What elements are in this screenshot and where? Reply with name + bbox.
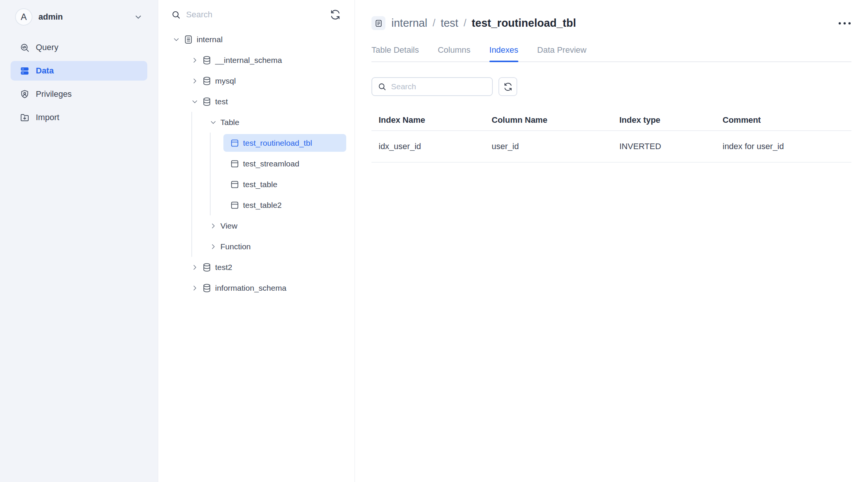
table-icon: [230, 159, 240, 169]
chevron-down-icon[interactable]: [191, 98, 199, 105]
index-toolbar: [371, 77, 851, 96]
tree-refresh-button[interactable]: [330, 9, 341, 20]
sidebar-item-label: Privileges: [36, 89, 72, 99]
database-tree-panel: internal__internal_schemamysqltestTablet…: [158, 0, 355, 482]
tree-node-label: test_table2: [243, 201, 282, 210]
index-search-input[interactable]: [391, 82, 487, 91]
sidebar-item-import[interactable]: Import: [11, 108, 147, 127]
tree-node-information_schema[interactable]: information_schema: [158, 278, 355, 298]
main-header: internal/test/test_routineload_tbl: [355, 0, 868, 30]
sidebar-item-label: Import: [36, 113, 59, 122]
tree-node-test[interactable]: test: [158, 91, 355, 112]
avatar: A: [15, 8, 32, 26]
sidebar: A admin Query Data Privileges Import: [0, 0, 158, 482]
table-cell: idx_user_id: [379, 142, 492, 151]
tab-table-details[interactable]: Table Details: [371, 45, 419, 61]
tree-node-internal[interactable]: internal: [158, 29, 355, 50]
privileges-icon: [20, 89, 30, 99]
sidebar-nav: Query Data Privileges Import: [0, 38, 158, 127]
column-header: Comment: [723, 115, 851, 125]
sidebar-item-query[interactable]: Query: [11, 38, 147, 57]
tree-node-label: test2: [215, 263, 232, 272]
main-panel: internal/test/test_routineload_tbl Table…: [355, 0, 868, 482]
user-menu[interactable]: A admin: [15, 8, 143, 26]
breadcrumb: internal/test/test_routineload_tbl: [391, 17, 838, 29]
column-header: Index Name: [379, 115, 492, 125]
tree-node-test_streamload[interactable]: test_streamload: [158, 153, 355, 174]
table-cell: user_id: [492, 142, 619, 151]
chevron-right-icon[interactable]: [209, 243, 217, 250]
breadcrumb-current: test_routineload_tbl: [472, 17, 576, 29]
catalog-icon: [183, 35, 193, 44]
chevron-down-icon[interactable]: [209, 119, 217, 126]
database-icon: [202, 283, 212, 293]
breadcrumb-segment[interactable]: test: [441, 17, 458, 29]
chevron-right-icon[interactable]: [191, 284, 199, 292]
tree-node-Table[interactable]: Table: [158, 112, 355, 133]
table-header-row: Index NameColumn NameIndex typeComment: [371, 110, 851, 131]
tree-search-row: [158, 0, 355, 29]
tree-node-test_routineload_tbl[interactable]: test_routineload_tbl: [158, 133, 355, 153]
tab-columns[interactable]: Columns: [438, 45, 471, 61]
tree-node-test_table2[interactable]: test_table2: [158, 195, 355, 215]
tree-node-label: test_streamload: [243, 159, 299, 168]
breadcrumb-separator: /: [432, 17, 436, 29]
sidebar-item-privileges[interactable]: Privileges: [11, 84, 147, 104]
chevron-right-icon[interactable]: [191, 264, 199, 271]
tree-node-Function[interactable]: Function: [158, 236, 355, 257]
tree-node-__internal_schema[interactable]: __internal_schema: [158, 50, 355, 70]
index-refresh-button[interactable]: [498, 77, 517, 96]
table-row[interactable]: idx_user_iduser_idINVERTEDindex for user…: [371, 131, 851, 163]
tree-node-label: test: [215, 97, 228, 106]
chevron-right-icon[interactable]: [209, 222, 217, 230]
table-icon: [230, 138, 240, 148]
tree-node-label: test_table: [243, 180, 277, 189]
chevron-down-icon: [134, 12, 143, 21]
database-tree: internal__internal_schemamysqltestTablet…: [158, 29, 355, 298]
tab-indexes[interactable]: Indexes: [489, 45, 518, 61]
chevron-right-icon[interactable]: [191, 77, 199, 85]
doc-icon: [371, 16, 385, 30]
tree-node-label: information_schema: [215, 284, 286, 293]
data-icon: [20, 66, 30, 76]
tree-search-input[interactable]: [186, 10, 330, 20]
search-icon: [171, 10, 181, 20]
sidebar-item-label: Query: [36, 43, 58, 52]
import-icon: [20, 113, 30, 123]
database-icon: [202, 97, 212, 107]
column-header: Column Name: [492, 115, 619, 125]
tree-node-label: test_routineload_tbl: [243, 139, 312, 148]
breadcrumb-segment[interactable]: internal: [391, 17, 427, 29]
table-cell: INVERTED: [619, 142, 723, 151]
chevron-down-icon[interactable]: [173, 36, 180, 43]
table-body: idx_user_iduser_idINVERTEDindex for user…: [371, 131, 851, 163]
chevron-right-icon[interactable]: [191, 56, 199, 64]
database-icon: [202, 55, 212, 65]
table-icon: [230, 200, 240, 210]
tree-node-label: View: [220, 221, 237, 230]
sidebar-item-label: Data: [36, 66, 54, 76]
user-name: admin: [38, 12, 134, 22]
tree-node-label: mysql: [215, 76, 236, 85]
tree-node-label: Table: [220, 118, 239, 127]
search-icon: [377, 82, 387, 91]
ellipsis-icon: [839, 22, 841, 24]
query-icon: [20, 43, 30, 53]
tree-node-label: Function: [220, 242, 251, 251]
tree-node-mysql[interactable]: mysql: [158, 70, 355, 91]
tree-node-test_table[interactable]: test_table: [158, 174, 355, 195]
table-cell: index for user_id: [723, 142, 851, 151]
more-actions-button[interactable]: [838, 18, 851, 28]
column-header: Index type: [619, 115, 723, 125]
database-icon: [202, 262, 212, 272]
tree-node-label: internal: [197, 35, 223, 44]
table-icon: [230, 180, 240, 189]
breadcrumb-separator: /: [463, 17, 466, 29]
avatar-initial: A: [21, 12, 27, 22]
tree-node-label: __internal_schema: [215, 56, 282, 65]
sidebar-item-data[interactable]: Data: [11, 61, 147, 81]
tree-node-View[interactable]: View: [158, 215, 355, 236]
indexes-table: Index NameColumn NameIndex typeComment i…: [371, 110, 851, 163]
tab-data-preview[interactable]: Data Preview: [537, 45, 587, 61]
tree-node-test2[interactable]: test2: [158, 257, 355, 278]
